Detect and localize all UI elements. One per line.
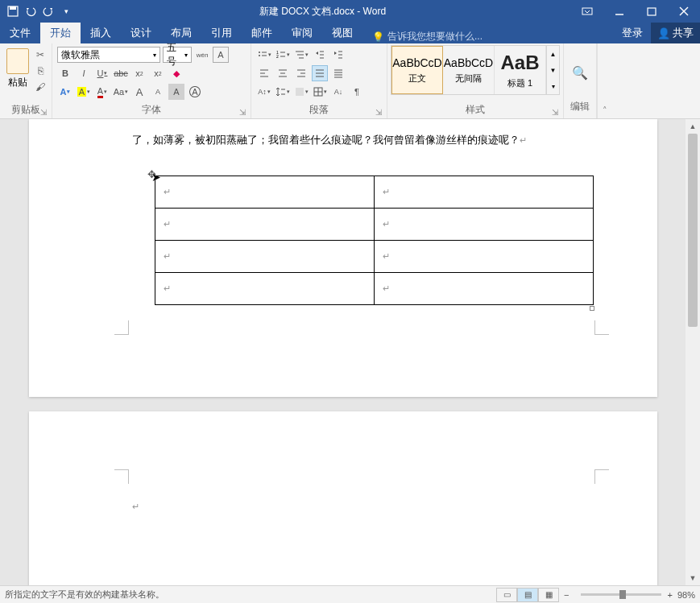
web-layout-button[interactable]: ▦: [538, 588, 559, 602]
align-justify-button[interactable]: [312, 65, 328, 81]
style-scroll-up-icon[interactable]: ▲: [547, 46, 559, 62]
scroll-track[interactable]: [686, 134, 700, 571]
tab-design[interactable]: 设计: [121, 23, 161, 43]
tell-me-input[interactable]: 💡 告诉我您想要做什么...: [362, 30, 614, 43]
vertical-scrollbar[interactable]: ▲ ▼: [686, 119, 700, 585]
tab-file[interactable]: 文件: [0, 23, 40, 43]
scroll-up-icon[interactable]: ▲: [686, 119, 700, 134]
clipboard-launcher-icon[interactable]: ⇲: [40, 108, 47, 117]
style-normal[interactable]: AaBbCcD 正文: [391, 46, 443, 94]
table-cell[interactable]: ↵: [155, 241, 374, 273]
borders-button[interactable]: ▾: [312, 84, 328, 100]
align-right-button[interactable]: [293, 65, 309, 81]
char-border-button[interactable]: A: [213, 47, 229, 63]
align-center-button[interactable]: [275, 65, 291, 81]
table-cell[interactable]: ↵: [155, 209, 374, 241]
page-1[interactable]: 了，如薄雾，被初阳蒸融了；我留着些什么痕迹呢？我何曾留着像游丝样的痕迹呢？↵ ➤…: [29, 119, 657, 397]
grow-font-button[interactable]: A: [131, 84, 147, 100]
text-direction-button[interactable]: A↕▾: [256, 84, 272, 100]
document-area[interactable]: 了，如薄雾，被初阳蒸融了；我留着些什么痕迹呢？我何曾留着像游丝样的痕迹呢？↵ ➤…: [0, 119, 686, 585]
minimize-icon[interactable]: [603, 0, 636, 23]
zoom-out-button[interactable]: −: [564, 590, 569, 600]
table-cell[interactable]: ↵: [374, 241, 593, 273]
format-painter-icon[interactable]: 🖌: [34, 81, 47, 93]
bullets-button[interactable]: ▾: [256, 47, 272, 63]
save-icon[interactable]: [5, 3, 21, 19]
close-icon[interactable]: [668, 0, 700, 23]
find-icon[interactable]: 🔍: [572, 65, 588, 81]
shrink-font-button[interactable]: A: [150, 84, 166, 100]
login-button[interactable]: 登录: [614, 23, 651, 43]
superscript-button[interactable]: x2: [150, 65, 166, 81]
document-table[interactable]: ↵↵ ↵↵ ↵↵ ↵↵: [155, 176, 594, 305]
redo-icon[interactable]: [40, 3, 56, 19]
scroll-thumb[interactable]: [688, 134, 698, 327]
cut-icon[interactable]: ✂: [34, 48, 47, 61]
tab-home[interactable]: 开始: [40, 23, 81, 43]
enclose-char-button[interactable]: A: [187, 84, 203, 100]
maximize-icon[interactable]: [636, 0, 668, 23]
tab-references[interactable]: 引用: [201, 23, 242, 43]
decrease-indent-button[interactable]: [312, 47, 328, 63]
margin-corner-icon: [594, 320, 609, 335]
strikethrough-button[interactable]: abc: [113, 65, 129, 81]
numbering-button[interactable]: 12▾: [275, 47, 291, 63]
ribbon-options-icon[interactable]: [571, 0, 603, 23]
char-shading-button[interactable]: A: [168, 84, 184, 100]
collapse-ribbon-icon[interactable]: ˄: [597, 43, 611, 118]
zoom-thumb[interactable]: [619, 590, 626, 599]
style-heading1[interactable]: AaB 标题 1: [495, 46, 546, 94]
page-2[interactable]: ↵: [29, 411, 657, 585]
font-color-button[interactable]: A▾: [94, 84, 110, 100]
show-marks-button[interactable]: ¶: [349, 84, 365, 100]
table-cell[interactable]: ↵: [374, 209, 593, 241]
italic-button[interactable]: I: [76, 65, 92, 81]
copy-icon[interactable]: ⎘: [34, 64, 47, 77]
table-resize-handle-icon[interactable]: [590, 306, 594, 311]
window-title: 新建 DOCX 文档.docx - Word: [74, 5, 571, 19]
table-cell[interactable]: ↵: [374, 273, 593, 305]
phonetic-guide-button[interactable]: wén: [194, 47, 210, 63]
table-cell[interactable]: ↵: [155, 273, 374, 305]
style-expand-icon[interactable]: ▾: [547, 78, 559, 94]
subscript-button[interactable]: x2: [131, 65, 147, 81]
increase-indent-button[interactable]: [330, 47, 346, 63]
text-effects-button[interactable]: A▾: [57, 84, 73, 100]
undo-icon[interactable]: [23, 3, 39, 19]
font-size-select[interactable]: 五号▾: [163, 47, 192, 63]
styles-launcher-icon[interactable]: ⇲: [552, 108, 558, 117]
qat-more-icon[interactable]: ▾: [58, 3, 74, 19]
table-row: ↵↵: [155, 241, 593, 273]
print-layout-button[interactable]: ▤: [517, 588, 538, 602]
font-launcher-icon[interactable]: ⇲: [239, 108, 246, 117]
paragraph-launcher-icon[interactable]: ⇲: [375, 108, 382, 117]
font-name-select[interactable]: 微软雅黑▾: [57, 47, 160, 63]
align-left-button[interactable]: [256, 65, 272, 81]
share-button[interactable]: 👤 共享: [651, 23, 700, 43]
clear-format-button[interactable]: ◆: [168, 65, 184, 81]
tab-insert[interactable]: 插入: [81, 23, 121, 43]
shading-button[interactable]: ▾: [293, 84, 309, 100]
table-cell[interactable]: ↵: [155, 176, 374, 209]
highlight-button[interactable]: A▾: [76, 84, 92, 100]
scroll-down-icon[interactable]: ▼: [686, 571, 700, 585]
document-text[interactable]: 了，如薄雾，被初阳蒸融了；我留着些什么痕迹呢？我何曾留着像游丝样的痕迹呢？↵: [29, 119, 657, 149]
sort-button[interactable]: A↓: [330, 84, 346, 100]
paste-button[interactable]: 粘贴: [3, 45, 32, 93]
bold-button[interactable]: B: [57, 65, 73, 81]
change-case-button[interactable]: Aa▾: [113, 84, 129, 100]
zoom-level[interactable]: 98%: [677, 590, 695, 600]
align-distribute-button[interactable]: [330, 65, 346, 81]
zoom-slider[interactable]: [581, 593, 661, 596]
style-no-spacing[interactable]: AaBbCcD 无间隔: [443, 46, 495, 94]
style-scroll-down-icon[interactable]: ▼: [547, 62, 559, 78]
read-mode-button[interactable]: ▭: [496, 588, 517, 602]
tab-view[interactable]: 视图: [322, 23, 362, 43]
zoom-in-button[interactable]: +: [668, 590, 673, 600]
table-cell[interactable]: ↵: [374, 176, 593, 209]
underline-button[interactable]: U▾: [94, 65, 110, 81]
tab-mailings[interactable]: 邮件: [242, 23, 282, 43]
line-spacing-button[interactable]: ▾: [275, 84, 291, 100]
tab-review[interactable]: 审阅: [282, 23, 322, 43]
multilevel-button[interactable]: ▾: [293, 47, 309, 63]
